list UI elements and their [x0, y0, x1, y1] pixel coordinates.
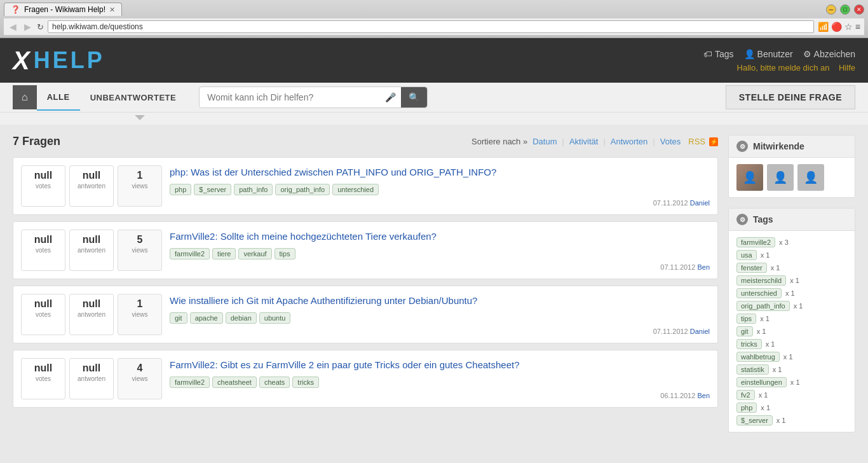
- minimize-button[interactable]: ─: [826, 4, 836, 15]
- question-author[interactable]: Daniel: [690, 328, 710, 335]
- answers-box: null antworten: [69, 165, 114, 207]
- tag[interactable]: unterschied: [332, 184, 379, 195]
- bookmark-star-icon[interactable]: ☆: [844, 22, 853, 32]
- sidebar-tag[interactable]: git: [736, 326, 753, 336]
- question-body: FarmVille2: Sollte ich meine hochgezücht…: [170, 230, 710, 271]
- sort-answers-link[interactable]: Antworten: [608, 135, 651, 148]
- tag-row: meisterschild x 1: [736, 275, 847, 286]
- tag-row: statistik x 1: [736, 364, 847, 375]
- tag[interactable]: farmville2: [170, 248, 210, 259]
- tag[interactable]: git: [170, 312, 187, 324]
- sidebar-tag[interactable]: wahlbetrug: [736, 352, 780, 362]
- address-bar[interactable]: [48, 20, 814, 33]
- tag-row: einstellungen x 1: [736, 377, 847, 387]
- sub-header: ⌂ ALLE UNBEANTWORTETE 🎤 🔍 STELLE DEINE F…: [0, 83, 868, 113]
- tag[interactable]: debian: [226, 312, 257, 324]
- close-button[interactable]: ✕: [854, 4, 864, 15]
- settings-icon[interactable]: ≡: [855, 22, 860, 32]
- question-author[interactable]: Ben: [697, 263, 710, 271]
- sidebar-tag[interactable]: usa: [736, 250, 757, 260]
- question-tags: php $_server path_info orig_path_info un…: [170, 184, 710, 195]
- tag[interactable]: tricks: [292, 377, 319, 388]
- site-nav-right: 🏷 Tags 👤 Benutzer ⚙ Abzeichen Hallo, bit…: [703, 49, 855, 73]
- contributor-avatar-2[interactable]: 👤: [767, 164, 794, 191]
- sidebar-tag[interactable]: fv2: [736, 390, 755, 400]
- question-item: null votes null antworten 1 views Wie in…: [13, 286, 718, 343]
- question-title[interactable]: Wie installiere ich Git mit Apache Authe…: [170, 294, 710, 307]
- ask-question-button[interactable]: STELLE DEINE FRAGE: [726, 85, 855, 109]
- tag[interactable]: $_server: [194, 184, 231, 195]
- question-author[interactable]: Ben: [697, 392, 710, 399]
- votes-count: null: [24, 234, 62, 245]
- contributor-avatar-3[interactable]: 👤: [797, 164, 824, 191]
- sidebar-tag[interactable]: $_server: [736, 415, 773, 425]
- tag[interactable]: tips: [275, 248, 295, 259]
- tag[interactable]: apache: [190, 312, 223, 324]
- answers-label: antworten: [78, 375, 105, 382]
- tag[interactable]: path_info: [234, 184, 273, 195]
- nav-all-button[interactable]: ALLE: [37, 85, 80, 111]
- nav-badges-label: Abzeichen: [814, 49, 855, 59]
- sort-votes-link[interactable]: Votes: [658, 135, 684, 148]
- sidebar-tag[interactable]: php: [736, 403, 757, 413]
- tag[interactable]: verkauf: [238, 248, 271, 259]
- question-title[interactable]: FarmVille2: Sollte ich meine hochgezücht…: [170, 230, 710, 243]
- tag[interactable]: cheatsheet: [212, 377, 257, 388]
- search-input[interactable]: [200, 87, 380, 107]
- tag-row: wahlbetrug x 1: [736, 352, 847, 362]
- maximize-button[interactable]: □: [840, 4, 850, 15]
- forward-button[interactable]: ▶: [22, 22, 33, 32]
- votes-box: null votes: [21, 230, 65, 271]
- tag[interactable]: cheats: [259, 377, 290, 388]
- sidebar-tag[interactable]: tips: [736, 314, 756, 324]
- question-body: Wie installiere ich Git mit Apache Authe…: [170, 294, 710, 335]
- abp-icon[interactable]: 🔴: [831, 22, 842, 32]
- nav-users-label: Benutzer: [757, 49, 793, 59]
- home-button[interactable]: ⌂: [13, 85, 37, 109]
- sidebar-tag[interactable]: orig_path_info: [736, 301, 790, 311]
- login-link[interactable]: Hallo, bitte melde dich an: [737, 63, 830, 73]
- sidebar: ⚙ Mitwirkende 👤 👤 👤: [728, 135, 855, 443]
- sidebar-tag[interactable]: einstellungen: [736, 377, 787, 387]
- browser-tab[interactable]: ❓ Fragen - Wikiwam Help! ✕: [4, 3, 122, 16]
- sidebar-tag[interactable]: statistik: [736, 364, 769, 375]
- tags-header: ⚙ Tags: [729, 209, 855, 231]
- question-title[interactable]: FarmVille2: Gibt es zu FarmVille 2 ein p…: [170, 358, 710, 371]
- sidebar-tag[interactable]: fenster: [736, 263, 767, 273]
- tag[interactable]: ubuntu: [259, 312, 291, 324]
- sort-activity-link[interactable]: Aktivität: [567, 135, 601, 148]
- question-meta: 07.11.2012 Daniel: [170, 328, 710, 335]
- tag[interactable]: farmville2: [170, 377, 210, 388]
- question-author[interactable]: Daniel: [690, 199, 710, 207]
- tag[interactable]: php: [170, 184, 191, 195]
- site-nav-bottom: Hallo, bitte melde dich an Hilfe: [737, 63, 855, 73]
- nav-unanswered-button[interactable]: UNBEANTWORTETE: [80, 85, 187, 110]
- tab-close-button[interactable]: ✕: [109, 6, 115, 14]
- sidebar-tag[interactable]: farmville2: [736, 237, 775, 247]
- sidebar-tag[interactable]: unterschied: [736, 288, 782, 298]
- rss-extension-icon[interactable]: 📶: [818, 22, 829, 32]
- sort-divider-3: |: [653, 137, 654, 146]
- question-tags: git apache debian ubuntu: [170, 312, 710, 324]
- tag[interactable]: orig_path_info: [275, 184, 330, 195]
- nav-users[interactable]: 👤 Benutzer: [744, 49, 793, 59]
- contributor-avatar-1[interactable]: 👤: [736, 164, 763, 191]
- search-button[interactable]: 🔍: [401, 87, 427, 107]
- question-title[interactable]: php: Was ist der Unterschied zwischen PA…: [170, 165, 710, 179]
- tag-row: git x 1: [736, 326, 847, 336]
- nav-tags[interactable]: 🏷 Tags: [703, 49, 734, 59]
- gear-icon: ⚙: [803, 49, 811, 59]
- back-button[interactable]: ◀: [8, 22, 18, 32]
- views-box: 1 views: [118, 165, 162, 207]
- sidebar-tag[interactable]: tricks: [736, 339, 762, 349]
- refresh-button[interactable]: ↻: [37, 22, 44, 32]
- sidebar-tag[interactable]: meisterschild: [736, 275, 786, 286]
- rss-link[interactable]: RSS: [688, 137, 705, 146]
- help-link[interactable]: Hilfe: [839, 63, 855, 73]
- sort-date-link[interactable]: Datum: [530, 135, 559, 148]
- tag[interactable]: tiere: [212, 248, 236, 259]
- tag-count: x 1: [794, 302, 803, 310]
- nav-badges[interactable]: ⚙ Abzeichen: [803, 49, 855, 59]
- views-label: views: [132, 311, 147, 318]
- microphone-icon[interactable]: 🎤: [380, 88, 401, 106]
